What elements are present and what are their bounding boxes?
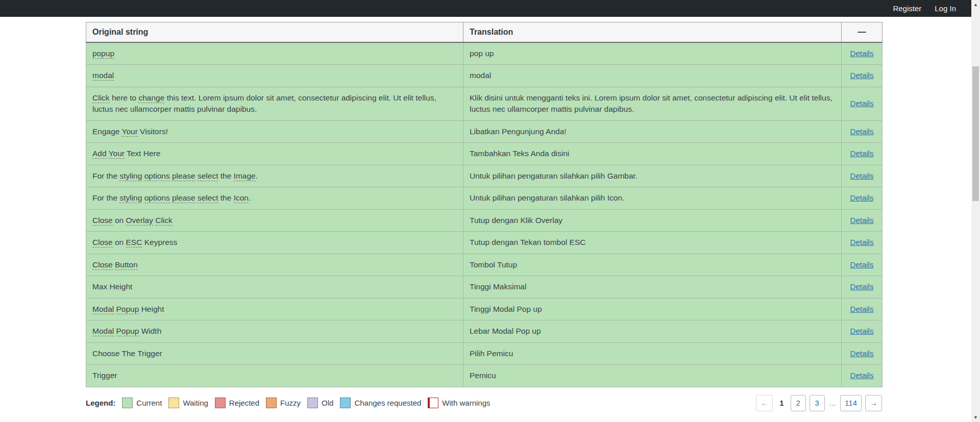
legend-color-swatch (122, 398, 133, 408)
table-row: Close ButtonTombol TutupDetails (86, 254, 883, 276)
original-string-cell: modal (86, 65, 463, 87)
details-link[interactable]: Details (850, 127, 874, 136)
scrollbar-up-arrow-icon[interactable]: ▲ (971, 1, 980, 9)
details-link[interactable]: Details (850, 282, 874, 291)
glossary-term[interactable]: Your (121, 127, 137, 137)
legend-item-label: Rejected (229, 399, 259, 407)
original-string-text: Width (139, 327, 161, 335)
translation-cell: Tambahkan Teks Anda disini (463, 143, 842, 165)
details-link[interactable]: Details (850, 327, 874, 335)
original-string-text: here to (110, 93, 139, 102)
translation-cell: Untuk pilihan pengaturan silahkan pilih … (463, 165, 842, 187)
register-link[interactable]: Register (893, 4, 921, 13)
legend-item: With warnings (428, 398, 490, 408)
details-link[interactable]: Details (850, 371, 874, 380)
glossary-term[interactable]: Modal (92, 327, 114, 336)
glossary-term[interactable]: Click (155, 216, 173, 226)
pagination-page-3-button[interactable]: 3 (810, 395, 825, 411)
pagination-next-button[interactable]: → (865, 395, 882, 411)
glossary-term[interactable]: ESC (126, 238, 142, 247)
glossary-term[interactable]: Close (92, 260, 113, 270)
translation-cell: Tombol Tutup (463, 254, 842, 276)
details-link[interactable]: Details (850, 71, 874, 80)
legend-item: Old (307, 398, 333, 408)
actions-cell: Details (842, 87, 883, 120)
pagination-last-page-button[interactable]: 114 (840, 395, 862, 411)
glossary-term[interactable]: select (198, 193, 218, 203)
table-row: For the styling options please select th… (86, 187, 883, 209)
original-string-cell: For the styling options please select th… (86, 165, 463, 187)
glossary-term[interactable]: Modal (92, 305, 114, 314)
details-link[interactable]: Details (850, 260, 874, 269)
original-string-text: the (218, 193, 233, 202)
original-string-text (114, 305, 116, 313)
table-row: Choose The TriggerPilih PemicuDetails (86, 342, 883, 364)
glossary-term[interactable]: Overlay (126, 216, 153, 226)
original-string-text: For the (92, 193, 119, 202)
glossary-term[interactable]: Close (92, 238, 113, 247)
glossary-term[interactable]: select (198, 171, 218, 181)
translation-cell: Libatkan Pengunjung Anda! (463, 120, 842, 142)
details-link[interactable]: Details (850, 216, 874, 225)
glossary-term[interactable]: modal (92, 71, 114, 81)
glossary-term[interactable]: options (144, 193, 170, 203)
glossary-term[interactable]: Click (92, 93, 110, 103)
actions-cell: Details (842, 42, 883, 65)
translations-table: Original string Translation — popuppop u… (86, 22, 883, 387)
details-link[interactable]: Details (850, 49, 874, 58)
details-link[interactable]: Details (850, 238, 874, 246)
original-string-cell: popup (86, 42, 463, 65)
details-link[interactable]: Details (850, 193, 874, 202)
pagination-prev-button[interactable]: ← (756, 395, 773, 411)
legend-item: Rejected (215, 398, 259, 408)
pagination-current-page: 1 (776, 399, 787, 407)
glossary-term[interactable]: Image (234, 171, 256, 181)
translation-cell: Pemicu (463, 365, 842, 387)
scrollbar-thumb[interactable] (972, 66, 979, 201)
table-row: Close on Overlay ClickTutup dengan Klik … (86, 209, 883, 231)
original-string-cell: Trigger (86, 365, 463, 387)
details-link[interactable]: Details (850, 349, 874, 358)
glossary-term[interactable]: Your (109, 149, 125, 159)
legend-item: Changes requested (340, 398, 421, 408)
glossary-term[interactable]: Icon (234, 193, 249, 203)
glossary-term[interactable]: change (138, 93, 164, 103)
original-string-text: . (249, 193, 251, 202)
glossary-term[interactable]: Add (92, 149, 107, 159)
details-link[interactable]: Details (850, 149, 874, 158)
glossary-term[interactable]: Popup (116, 305, 139, 314)
login-link[interactable]: Log In (935, 4, 956, 13)
column-header-translation: Translation (463, 22, 842, 43)
glossary-term[interactable]: please (172, 193, 195, 203)
original-string-text: Text Here (125, 149, 160, 158)
table-row: popuppop upDetails (86, 42, 883, 65)
glossary-term[interactable]: Close (92, 216, 113, 226)
legend-color-swatch (307, 398, 318, 408)
glossary-term[interactable]: Button (115, 260, 138, 270)
details-link[interactable]: Details (850, 305, 874, 313)
details-link[interactable]: Details (850, 171, 874, 180)
legend-item-label: With warnings (442, 399, 490, 407)
glossary-term[interactable]: options (144, 171, 170, 181)
translation-cell: Untuk pilihan pengaturan silahkan pilih … (463, 187, 842, 209)
glossary-term[interactable]: Popup (116, 327, 139, 336)
table-row: Close on ESC KeypressTutup dengan Tekan … (86, 232, 883, 254)
legend: Legend: CurrentWaitingRejectedFuzzyOldCh… (86, 398, 491, 408)
original-string-text: For the (92, 171, 119, 180)
glossary-term[interactable]: styling (119, 171, 142, 181)
table-header-row: Original string Translation — (86, 22, 883, 43)
details-link[interactable]: Details (850, 99, 874, 108)
table-row: Add Your Text HereTambahkan Teks Anda di… (86, 143, 883, 165)
glossary-term[interactable]: please (172, 171, 195, 181)
glossary-term[interactable]: styling (119, 193, 142, 203)
browser-scrollbar[interactable]: ▲ ▼ (971, 0, 980, 422)
translation-cell: Tinggi Modal Pop up (463, 298, 842, 320)
original-string-cell: Click here to change this text. Lorem ip… (86, 87, 463, 120)
translation-cell: Lebar Modal Pop up (463, 320, 842, 342)
actions-cell: Details (842, 187, 883, 209)
glossary-term[interactable]: popup (92, 49, 114, 59)
translation-cell: Pilih Pemicu (463, 342, 842, 364)
pagination-page-2-button[interactable]: 2 (791, 395, 806, 411)
original-string-text: Trigger (92, 371, 117, 380)
scrollbar-down-arrow-icon[interactable]: ▼ (971, 413, 980, 421)
